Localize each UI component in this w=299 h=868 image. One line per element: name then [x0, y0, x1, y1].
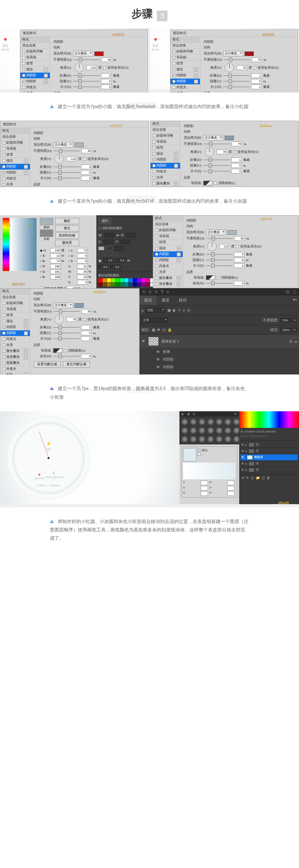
filter-image-icon[interactable]: ▦ [167, 308, 171, 312]
paragraph-icon[interactable]: ¶ [161, 289, 163, 294]
inner-shadow-effect-2[interactable]: 👁内阴影 [139, 363, 299, 371]
color-lib-button[interactable]: 颜色库 [55, 240, 79, 246]
distance-slider[interactable] [73, 75, 100, 76]
mask-icon[interactable]: ◫ [251, 476, 254, 479]
filter-adjust-icon[interactable]: ◐ [173, 308, 176, 312]
color-swatch[interactable] [94, 52, 104, 56]
color-swatch[interactable] [245, 52, 254, 56]
mini-layer-selected[interactable]: 👁椭圆形 [241, 455, 298, 461]
choke-input[interactable] [101, 79, 112, 84]
eye-icon[interactable]: 👁 [156, 357, 160, 362]
filter-shape-icon[interactable]: ▱ [182, 308, 185, 312]
add-icon[interactable]: + [44, 68, 48, 72]
bpm-value: 86 [2, 43, 9, 48]
lock-image-icon[interactable]: ▦ [152, 328, 155, 332]
blend-options-item[interactable]: 混合选项 [170, 43, 200, 49]
layer-name: 圆角矩形 1 [161, 339, 179, 344]
styles-header[interactable]: 样式 [20, 37, 50, 43]
search-icon[interactable]: ρ [141, 308, 143, 312]
properties-tab[interactable]: 属性 [98, 217, 112, 224]
folder-icon[interactable]: 📁 [256, 476, 260, 479]
size-input[interactable] [101, 85, 112, 89]
trash-icon[interactable]: 🗑 [267, 476, 270, 479]
fx-badge[interactable]: fx [289, 339, 292, 343]
add-icon[interactable]: + [44, 74, 48, 78]
style-inner-glow[interactable]: 内发光 [170, 85, 200, 91]
lock-position-icon[interactable]: ✥ [157, 328, 160, 332]
layer-item[interactable]: 👁 圆角矩形 1 fx▴ [139, 335, 299, 348]
style-inner-shadow[interactable]: 内阴影+ [20, 73, 50, 79]
layers-tab[interactable]: 图层 [139, 296, 157, 305]
eye-icon[interactable]: 👁 [141, 339, 145, 344]
style-inner-shadow[interactable]: 内阴影+ [170, 73, 200, 79]
distance-input[interactable] [101, 73, 112, 78]
ok-button[interactable]: 确定 [55, 218, 79, 224]
fill-dropdown[interactable]: 100% [280, 328, 297, 332]
style-stroke[interactable]: 描边+ [20, 67, 50, 73]
mini-layer[interactable]: 👁▸组 [241, 461, 298, 467]
angle-dial[interactable] [75, 63, 84, 72]
add-icon[interactable]: + [44, 80, 48, 84]
dialog-title: 图层样式 [170, 30, 298, 37]
lock-artboard-icon[interactable]: ◫ [162, 328, 165, 332]
instruction-1: 建立一个直径为7px的小圆，填充颜色为e8a6a9，添加图层样式做出内凹的效果，… [0, 93, 299, 121]
new-layer-icon[interactable]: ◫ [262, 476, 265, 479]
brush-grid[interactable] [180, 416, 239, 444]
blend-mode-dropdown[interactable]: 正片叠底 [223, 51, 243, 56]
filter-smart-icon[interactable]: ◫ [187, 308, 190, 312]
choke-slider[interactable] [73, 81, 100, 82]
width-input[interactable] [104, 233, 114, 238]
style-stroke[interactable]: 描边+ [170, 67, 200, 73]
style-contour[interactable]: 等高线 [170, 55, 200, 61]
filter-text-icon[interactable]: T [178, 308, 181, 312]
swatch-grid[interactable] [98, 278, 151, 286]
gradient-preview[interactable] [183, 463, 236, 479]
style-bevel[interactable]: 斜面和浮雕 [170, 49, 200, 55]
inner-shadow-effect[interactable]: 👁内阴影 [139, 355, 299, 363]
styles-header[interactable]: 样式 [170, 37, 200, 43]
color-annotation: a9b7bf [261, 217, 272, 221]
fill-swatch[interactable] [183, 448, 196, 461]
menu-icon[interactable]: ▾≡ [291, 296, 299, 305]
cancel-button[interactable]: 复位 [55, 225, 79, 231]
style-texture[interactable]: 纹理 [170, 61, 200, 67]
style-inner-glow2[interactable]: 内发光 [20, 85, 50, 91]
blend-mode-dropdown[interactable]: 正常 [141, 317, 168, 323]
kind-dropdown[interactable]: 类型 [145, 307, 165, 313]
height-input[interactable] [126, 233, 136, 238]
angle-input[interactable] [86, 65, 97, 70]
lock-all-icon[interactable]: 🔒 [167, 328, 172, 332]
paths-tab[interactable]: 路径 [174, 296, 191, 305]
opacity-slider[interactable] [74, 59, 100, 60]
mini-layer[interactable]: 👁▸组 [241, 448, 298, 455]
effects-row[interactable]: 👁效果 [139, 348, 299, 355]
mini-layer[interactable]: 👁▸组 [241, 442, 298, 448]
layer-thumbnail[interactable] [148, 337, 159, 346]
eye-icon[interactable]: 👁 [156, 349, 160, 354]
eye-icon[interactable]: 👁 [156, 365, 160, 370]
instruction-4: 将制作好的小红圆、小灰圆和灰色小矩形组合移动到合适的位置，在表盘组新建一个图层（… [0, 507, 299, 559]
opacity-dropdown[interactable]: 75% [280, 318, 297, 323]
color-field[interactable] [10, 218, 36, 271]
fx-icon[interactable]: fx [155, 289, 158, 294]
text-icon[interactable]: A [149, 289, 152, 294]
add-swatch-button[interactable]: 添加到色板 [55, 232, 79, 239]
size-slider[interactable] [73, 87, 100, 87]
mini-layer[interactable]: 👁▸组 [241, 467, 298, 473]
hex-input[interactable] [67, 286, 83, 288]
link-icon[interactable]: ⊘ [242, 476, 244, 479]
blend-mode-dropdown[interactable]: 正片叠底 [73, 51, 93, 56]
style-list-2: 样式 混合选项 斜面和浮雕 等高线 纹理 描边+ 内阴影+ 内阴影+ 内发光 光… [170, 37, 200, 93]
style-contour[interactable]: 等高线 [20, 55, 50, 61]
style-inner-shadow-2[interactable]: 内阴影+ [170, 79, 200, 85]
channels-tab[interactable]: 通道 [157, 296, 174, 305]
style-texture[interactable]: 纹理 [20, 61, 50, 67]
opacity-input[interactable] [101, 57, 112, 62]
fx-icon[interactable]: fx [246, 476, 249, 479]
style-bevel[interactable]: 斜面和浮雕 [20, 49, 50, 55]
history-icon[interactable]: ⟲ [142, 289, 145, 294]
blend-options-item[interactable]: 混合选项 [20, 43, 50, 49]
step-title: 步骤 [132, 7, 153, 21]
style-inner-glow[interactable]: 内阴影+ [20, 79, 50, 85]
color-spectrum[interactable] [239, 411, 299, 428]
